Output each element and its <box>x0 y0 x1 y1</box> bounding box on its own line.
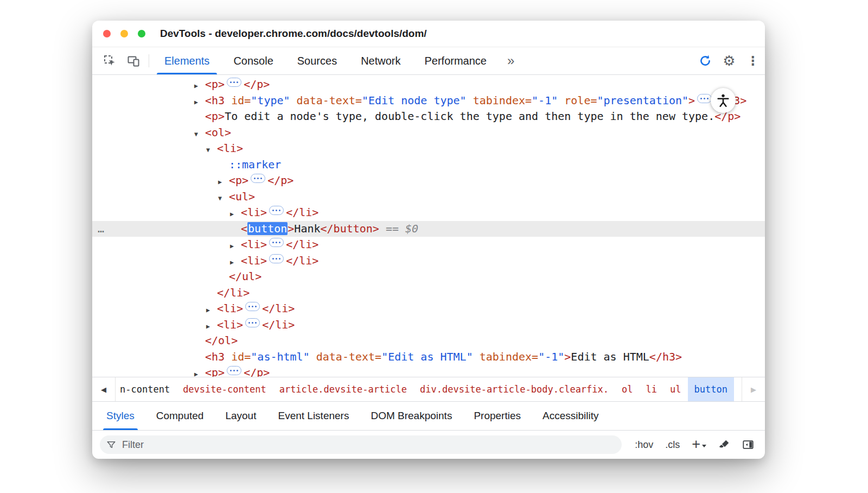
tab-performance[interactable]: Performance <box>413 47 499 74</box>
code-token-text: Hank <box>294 222 320 235</box>
dom-tree-row[interactable]: ▶<li></li> <box>92 237 765 253</box>
rendering-brush-icon[interactable] <box>718 439 730 451</box>
ellipsis-expand-button[interactable] <box>269 254 284 263</box>
disclosure-triangle[interactable]: ▶ <box>194 78 205 94</box>
dom-tree-row[interactable]: </ul> <box>92 269 765 285</box>
filter-input[interactable] <box>121 439 615 451</box>
disclosure-triangle[interactable]: ▶ <box>230 238 241 255</box>
tab-sources[interactable]: Sources <box>285 47 349 74</box>
code-token-sel: button <box>247 222 288 235</box>
ellipsis-expand-button[interactable] <box>269 206 284 215</box>
traffic-lights <box>103 30 145 37</box>
dom-tree-row[interactable]: ▶<li></li> <box>92 253 765 269</box>
code-token-tag: </li> <box>262 318 295 331</box>
code-token-tag: </p> <box>267 174 293 187</box>
breadcrumb-item-n-content[interactable]: n-content <box>118 377 176 401</box>
disclosure-triangle[interactable]: ▶ <box>194 94 205 111</box>
kebab-menu-icon[interactable]: ⋮ <box>741 47 765 74</box>
code-token-attr: tabindex= <box>467 94 532 107</box>
dom-tree-row[interactable]: ▶<li></li> <box>92 301 765 317</box>
dom-tree-row[interactable]: </ol> <box>92 333 765 349</box>
dom-tree-row[interactable]: ▼<ul> <box>92 189 765 205</box>
dom-tree-row[interactable]: ▶<li></li> <box>92 317 765 333</box>
code-token-tag: </li> <box>262 302 295 315</box>
ellipsis-expand-button[interactable] <box>269 238 284 247</box>
element-classes-button[interactable]: .cls <box>665 439 680 451</box>
code-token-text: To edit a node's type, double-click the … <box>225 110 714 123</box>
dom-tree-row[interactable]: ▶<p></p> <box>92 173 765 189</box>
ellipsis-expand-button[interactable] <box>251 174 265 183</box>
dom-tree-row[interactable]: ▶<p></p> <box>92 77 765 93</box>
breadcrumb: n-contentdevsite-contentarticle.devsite-… <box>116 377 742 401</box>
minimize-window-button[interactable] <box>120 30 128 37</box>
sidebar-tabs: StylesComputedLayoutEvent ListenersDOM B… <box>92 401 765 430</box>
ellipsis-expand-button[interactable] <box>227 78 241 87</box>
disclosure-triangle[interactable]: ▶ <box>230 206 241 223</box>
sidebar-tab-event-listeners[interactable]: Event Listeners <box>267 402 360 430</box>
disclosure-triangle[interactable]: ▶ <box>206 302 217 319</box>
code-token-tag: <p> <box>205 366 225 377</box>
breadcrumb-item-li[interactable]: li <box>640 377 663 401</box>
row-options-ellipsis[interactable]: … <box>98 221 105 237</box>
disclosure-triangle[interactable]: ▶ <box>194 366 205 377</box>
dom-tree-row[interactable]: <h3 id="as-html" data-text="Edit as HTML… <box>92 349 765 365</box>
sidebar-tab-computed[interactable]: Computed <box>145 402 215 430</box>
dom-tree-row-selected[interactable]: …<button>Hank</button> == $0 <box>92 221 765 237</box>
breadcrumb-item-ul[interactable]: ul <box>663 377 687 401</box>
zoom-window-button[interactable] <box>138 30 145 37</box>
sync-reload-icon[interactable] <box>693 47 717 74</box>
breadcrumb-item-ol[interactable]: ol <box>615 377 639 401</box>
breadcrumb-scroll-right[interactable]: ▶ <box>742 377 765 401</box>
tab-network[interactable]: Network <box>349 47 412 74</box>
code-token-tag: <li> <box>241 254 267 267</box>
styles-toolbar-right: :hov .cls + <box>629 439 757 451</box>
code-token-tag: > <box>288 222 294 235</box>
tab-console[interactable]: Console <box>221 47 285 74</box>
disclosure-triangle[interactable]: ▼ <box>218 191 229 207</box>
disclosure-triangle[interactable]: ▶ <box>230 255 241 271</box>
dom-tree-row[interactable]: ▶<li></li> <box>92 205 765 221</box>
dom-tree-row[interactable]: ▼<ol> <box>92 125 765 141</box>
ellipsis-expand-button[interactable] <box>697 94 712 103</box>
breadcrumb-item-article-devsite-article[interactable]: article.devsite-article <box>273 377 413 401</box>
dom-tree-row[interactable]: <p>To edit a node's type, double-click t… <box>92 109 765 125</box>
disclosure-triangle[interactable]: ▼ <box>194 127 205 143</box>
toggle-element-state-button[interactable]: :hov <box>635 439 653 451</box>
dom-tree-row[interactable]: </li> <box>92 285 765 301</box>
device-toolbar-icon[interactable] <box>122 47 145 74</box>
breadcrumb-item-div-devsite-article-body-clearfix-[interactable]: div.devsite-article-body.clearfix. <box>413 377 615 401</box>
accessibility-person-button[interactable] <box>711 88 736 113</box>
breadcrumb-scroll-left[interactable]: ◀ <box>92 377 116 401</box>
dom-tree-row[interactable]: ▶<h3 id="type" data-text="Edit node type… <box>92 93 765 109</box>
sidebar-tab-styles[interactable]: Styles <box>95 402 145 430</box>
dom-tree-row[interactable]: ▶<p></p> <box>92 365 765 377</box>
code-token-val: "as-html" <box>251 350 309 363</box>
more-tabs-button[interactable]: » <box>499 47 523 74</box>
breadcrumb-item-devsite-content[interactable]: devsite-content <box>176 377 273 401</box>
dom-tree-row[interactable]: ::marker <box>92 157 765 173</box>
new-style-rule-button[interactable]: + <box>692 439 706 450</box>
code-token-tag: </p> <box>244 78 270 91</box>
code-token-val: "-1" <box>538 350 564 363</box>
disclosure-triangle[interactable]: ▶ <box>218 174 229 191</box>
sidebar-tab-accessibility[interactable]: Accessibility <box>532 402 609 430</box>
disclosure-triangle[interactable]: ▶ <box>206 319 217 335</box>
sidebar-tab-properties[interactable]: Properties <box>463 402 532 430</box>
ellipsis-expand-button[interactable] <box>227 366 241 375</box>
tab-elements[interactable]: Elements <box>152 47 221 74</box>
sidebar-tab-layout[interactable]: Layout <box>214 402 267 430</box>
toggle-sidebar-icon[interactable] <box>742 439 754 451</box>
ellipsis-expand-button[interactable] <box>245 302 260 311</box>
ellipsis-expand-button[interactable] <box>245 318 260 327</box>
close-window-button[interactable] <box>103 30 111 37</box>
disclosure-triangle[interactable]: ▼ <box>206 142 217 159</box>
inspect-element-icon[interactable] <box>98 47 122 74</box>
sidebar-tab-dom-breakpoints[interactable]: DOM Breakpoints <box>360 402 463 430</box>
settings-gear-icon[interactable]: ⚙ <box>717 47 741 74</box>
code-token-eq: == <box>379 222 405 235</box>
code-token-val: "type" <box>251 94 290 107</box>
dom-tree: ▶<p></p>▶<h3 id="type" data-text="Edit n… <box>92 75 765 377</box>
breadcrumb-item-button[interactable]: button <box>688 377 734 401</box>
code-token-attr: role= <box>558 94 597 107</box>
dom-tree-row[interactable]: ▼<li> <box>92 141 765 157</box>
